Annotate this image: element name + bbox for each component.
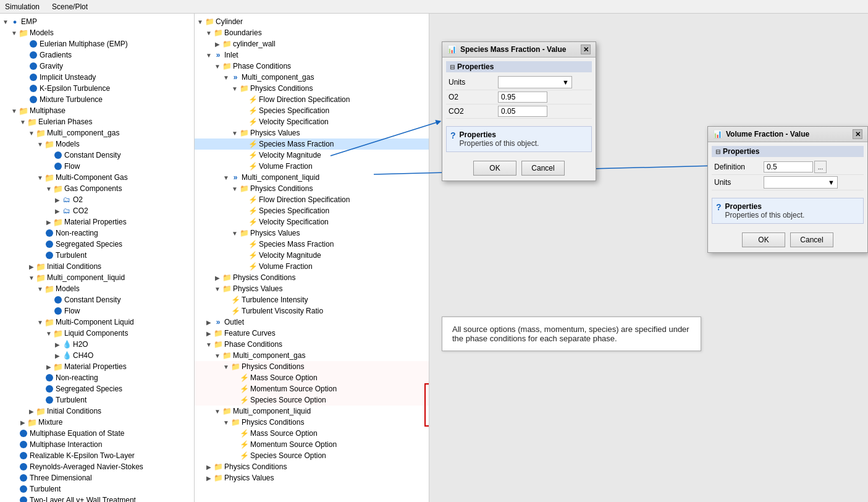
tree-node-mi[interactable]: Multiphase Interaction [0,439,194,450]
tree-turb-visc-ratio[interactable]: ⚡ Turbulent Viscosity Ratio [195,305,429,317]
tree-node-mcl[interactable]: ▼ 📁 Multi_component_liquid [0,272,194,283]
expand-mcg-models[interactable]: ▼ [36,140,44,148]
tree-momentum-source-liq[interactable]: ⚡ Momentum Source Option [195,439,429,450]
smf-collapse-icon[interactable]: ⊟ [450,64,455,70]
tree-cyl-wall[interactable]: ▶ 📁 cylinder_wall [195,38,429,49]
tree-turb-intensity[interactable]: ⚡ Turbulence Intensity [195,294,429,305]
tree-node-turb2[interactable]: Turbulent [0,483,194,495]
tree-node-mcg[interactable]: ▼ 📁 Multi_component_gas [0,127,194,138]
expand-mcl-mat[interactable]: ▶ [44,362,53,371]
tree-species-mass-frac[interactable]: ⚡ Species Mass Fraction [195,138,429,150]
tree-momentum-source[interactable]: ⚡ Momentum Source Option [195,383,429,394]
tree-node-implicit[interactable]: Implicit Unsteady [0,72,194,83]
tree-phys-cond-bottom[interactable]: ▶ 📁 Physics Conditions [195,461,429,472]
expand-models[interactable]: ▼ [10,28,19,37]
expand-inlet[interactable]: ▼ [204,51,213,59]
expand-phys-vals-bottom[interactable]: ▶ [204,474,213,482]
expand-inlet-phase-cond[interactable]: ▼ [213,62,222,70]
expand-multiphase[interactable]: ▼ [10,106,19,115]
tree-vel-mag-liq[interactable]: ⚡ Velocity Magnitude [195,250,429,261]
menu-scene-plot[interactable]: Scene/Plot [49,1,90,12]
tree-node-flow[interactable]: Flow [0,161,194,172]
tree-node-constant-density[interactable]: Constant Density [0,150,194,161]
expand-liquid-comp[interactable]: ▼ [44,329,53,338]
tree-inlet-mcl-phys-vals[interactable]: ▼ 📁 Physics Values [195,228,429,239]
tree-node-mcl-seg-spec[interactable]: Segregated Species [0,383,194,394]
expand-co2[interactable]: ▶ [53,206,62,215]
tree-node-mat-props[interactable]: ▶ 📁 Material Properties [0,216,194,228]
tree-node-mcl-mat-props[interactable]: ▶ 📁 Material Properties [0,361,194,372]
tree-node-h2o[interactable]: ▶ 💧 H2O [0,339,194,350]
tree-outlet[interactable]: ▶ » Outlet [195,317,429,328]
tree-species-source[interactable]: ⚡ Species Source Option [195,394,429,406]
tree-node-2layer[interactable]: Two-Layer All y+ Wall Treatment [0,495,194,502]
tree-vol-frac-liq[interactable]: ⚡ Volume Fraction [195,261,429,272]
tree-smf-liq[interactable]: ⚡ Species Mass Fraction [195,239,429,250]
smf-close-btn[interactable]: ✕ [581,45,591,54]
tree-node-eulemp[interactable]: Eulerian Multiphase (EMP) [0,38,194,49]
tree-phys-cond-main[interactable]: ▶ 📁 Physics Conditions [195,272,429,283]
tree-cyl-root[interactable]: ▼ 📁 Cylinder [195,16,429,27]
tree-node-mixture-turb[interactable]: Mixture Turbulence [0,94,194,105]
smf-dialog[interactable]: 📊 Species Mass Fraction - Value ✕ ⊟ Prop… [442,41,596,181]
vf-definition-input[interactable] [764,161,813,172]
expand-phys-cond-bottom[interactable]: ▶ [204,462,213,471]
tree-inlet-phys-cond[interactable]: ▼ 📁 Physics Conditions [195,83,429,94]
tree-flow-dir-spec[interactable]: ⚡ Flow Direction Specification [195,94,429,105]
expand-mcg[interactable]: ▼ [27,129,36,137]
expand-init-cond[interactable]: ▶ [27,262,36,271]
tree-node-rke[interactable]: Realizable K-Epsilon Two-Layer [0,450,194,461]
expand-mat-props[interactable]: ▶ [44,218,53,226]
tree-mass-source-liq[interactable]: ⚡ Mass Source Option [195,428,429,439]
expand-o2[interactable]: ▶ [53,195,62,204]
expand-mixture[interactable]: ▶ [19,418,27,427]
tree-phase-mcl-phys-cond[interactable]: ▼ 📁 Physics Conditions [195,417,429,428]
expand-mc-liquid[interactable]: ▼ [36,318,44,326]
tree-flow-dir-spec-liq[interactable]: ⚡ Flow Direction Specification [195,194,429,205]
expand-feature-curves[interactable]: ▶ [204,329,213,338]
tree-species-spec-liq[interactable]: ⚡ Species Specification [195,205,429,216]
tree-node-non-reacting[interactable]: Non-reacting [0,228,194,239]
tree-species-spec[interactable]: ⚡ Species Specification [195,105,429,116]
tree-feature-curves[interactable]: ▶ 📁 Feature Curves [195,328,429,339]
tree-phys-vals-bottom[interactable]: ▶ 📁 Physics Values [195,472,429,483]
expand-outlet[interactable]: ▶ [204,318,213,326]
tree-node-meos[interactable]: Multiphase Equation of State [0,428,194,439]
tree-node-multiphase[interactable]: ▼ 📁 Multiphase [0,105,194,116]
tree-node-mcg-models[interactable]: ▼ 📁 Models [0,138,194,150]
vf-units-dropdown[interactable]: ▼ [764,176,838,189]
vf-cancel-btn[interactable]: Cancel [790,232,833,247]
vf-collapse-icon[interactable]: ⊟ [715,148,720,155]
tree-node-o2[interactable]: ▶ 🗂 O2 [0,194,194,205]
smf-ok-btn[interactable]: OK [473,161,516,176]
tree-vel-spec[interactable]: ⚡ Velocity Specification [195,116,429,127]
tree-node-turbulent[interactable]: Turbulent [0,250,194,261]
tree-node-mcl-non-react[interactable]: Non-reacting [0,372,194,383]
expand-mcl-models[interactable]: ▼ [36,284,44,293]
expand-phase-mcg[interactable]: ▼ [213,351,222,360]
tree-node-models[interactable]: ▼ 📁 Models [0,27,194,38]
expand-inlet-mcl-phys-cond[interactable]: ▼ [230,184,239,193]
menu-simulation[interactable]: Simulation [2,1,42,12]
expand-eulerian-phases[interactable]: ▼ [19,117,27,126]
smf-o2-input[interactable] [498,91,547,103]
tree-node-3d[interactable]: Three Dimensional [0,472,194,483]
tree-phase-mcg[interactable]: ▼ 📁 Multi_component_gas [195,350,429,361]
tree-node-mcl-const-dens[interactable]: Constant Density [0,294,194,305]
tree-node-mixture[interactable]: ▶ 📁 Mixture [0,417,194,428]
tree-node-seg-species[interactable]: Segregated Species [0,239,194,250]
smf-co2-input[interactable] [498,106,547,117]
expand-inlet-mcg[interactable]: ▼ [222,73,230,82]
expand-emp[interactable]: ▼ [1,17,10,26]
smf-cancel-btn[interactable]: Cancel [521,161,565,176]
expand-mcl-init-cond[interactable]: ▶ [27,407,36,415]
vf-browse-btn[interactable]: ... [814,161,827,173]
tree-mass-source[interactable]: ⚡ Mass Source Option [195,372,429,383]
vf-ok-btn[interactable]: OK [742,232,785,247]
tree-node-mc-gas[interactable]: ▼ 📁 Multi-Component Gas [0,172,194,183]
tree-node-mcl-models[interactable]: ▼ 📁 Models [0,283,194,294]
expand-h2o[interactable]: ▶ [53,340,62,349]
expand-phys-vals-main[interactable]: ▼ [213,284,222,293]
expand-mc-gas[interactable]: ▼ [36,173,44,182]
tree-node-liquid-comp[interactable]: ▼ 📁 Liquid Components [0,328,194,339]
